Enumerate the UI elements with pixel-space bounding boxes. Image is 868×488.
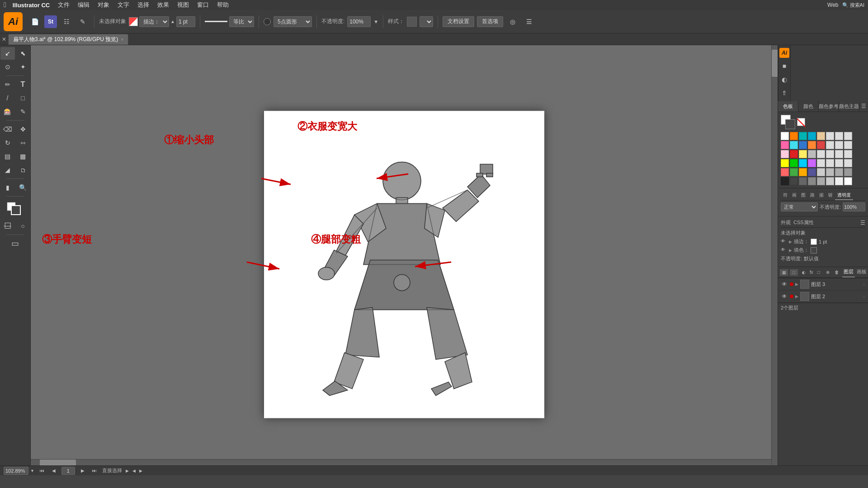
swatch-white2[interactable]: [835, 177, 843, 185]
line-tool[interactable]: /: [0, 92, 15, 104]
swatch-dkgray[interactable]: [790, 177, 798, 185]
layers-tab[interactable]: 图层: [842, 267, 855, 277]
swatch-ltcyan[interactable]: [790, 141, 798, 149]
layer-2-expand[interactable]: ▶: [795, 294, 798, 299]
swatch-red[interactable]: [817, 141, 825, 149]
menu-file[interactable]: 文件: [54, 1, 73, 9]
property-icon[interactable]: ■: [779, 61, 790, 71]
swatch-orange[interactable]: [790, 132, 798, 140]
swatch-gray[interactable]: [808, 150, 816, 158]
swatch-lgray[interactable]: [808, 177, 816, 185]
swatch-purple[interactable]: [808, 159, 816, 167]
page-number[interactable]: [61, 467, 75, 475]
select-tool[interactable]: ↙: [0, 47, 15, 60]
rotate-tool[interactable]: ↻: [0, 136, 15, 149]
swatch-black[interactable]: [781, 177, 789, 185]
bottom-tool-arrow[interactable]: ▶: [126, 469, 129, 473]
swatch-ltblue[interactable]: [799, 159, 807, 167]
tab-close-icon[interactable]: ×: [121, 37, 123, 42]
stroke-eye[interactable]: 👁: [781, 239, 787, 245]
base-tab[interactable]: 据: [817, 191, 826, 200]
menu-window[interactable]: 窗口: [193, 1, 212, 9]
menu-help[interactable]: 帮助: [213, 1, 232, 9]
nav-prev-prev[interactable]: ⏮: [38, 467, 46, 475]
blend-mode-select[interactable]: 正常: [781, 202, 818, 211]
vertical-scrollbar[interactable]: [771, 45, 778, 465]
blend-tool[interactable]: ▮: [0, 181, 15, 194]
st-icon[interactable]: St: [44, 15, 57, 28]
status-expand[interactable]: ◀: [132, 469, 136, 473]
canvas-area[interactable]: ①缩小头部 ②衣服变宽大 ③手臂变短 ④腿部变粗: [31, 45, 778, 465]
rect-tool[interactable]: □: [16, 92, 30, 104]
pencil-tool[interactable]: ✎: [16, 105, 30, 118]
fill-eye[interactable]: 👁: [781, 247, 787, 253]
panel-menu-icon[interactable]: ☰: [859, 101, 868, 112]
share-icon[interactable]: ⇑: [779, 88, 790, 99]
gradient-tool[interactable]: ◢: [0, 164, 15, 176]
style-selector[interactable]: [420, 16, 433, 27]
toolbar-extra[interactable]: ◎: [506, 15, 519, 28]
stroke-value[interactable]: [176, 16, 195, 27]
swatch-orng2[interactable]: [808, 141, 816, 149]
sym-tab[interactable]: 符: [781, 191, 790, 200]
swatch-yellow[interactable]: [799, 150, 807, 158]
layer-3-visible[interactable]: ○: [863, 282, 865, 287]
toolbar-arrange[interactable]: ☰: [522, 15, 536, 28]
color-ref-tab[interactable]: 颜色参考: [819, 101, 839, 112]
layer-2-visible[interactable]: ○: [863, 294, 865, 299]
nav-next-next[interactable]: ⏭: [90, 467, 99, 475]
swatch-xgray[interactable]: [817, 177, 825, 185]
doc-settings-btn[interactable]: 文档设置: [443, 16, 474, 27]
line-type[interactable]: 等比: [229, 16, 254, 27]
menu-select[interactable]: 选择: [134, 1, 153, 9]
swatch-g1[interactable]: [790, 168, 798, 176]
brush-icon[interactable]: ✎: [76, 15, 90, 28]
layer-2-row[interactable]: 👁 ▶ 图层 2 ○: [778, 291, 868, 303]
swatch-pink[interactable]: [781, 141, 789, 149]
text-tool[interactable]: T: [16, 78, 30, 91]
zoom-input[interactable]: [4, 467, 28, 475]
swatch-white[interactable]: [781, 132, 789, 140]
expand-btn[interactable]: ▼: [373, 19, 378, 24]
swatch-blue[interactable]: [799, 141, 807, 149]
nav-icon[interactable]: ◐: [779, 74, 790, 85]
apple-menu[interactable]: : [4, 1, 6, 9]
path-tab[interactable]: 路: [808, 191, 817, 200]
layer-3-expand[interactable]: ▶: [795, 282, 798, 286]
swatch-xxgray[interactable]: [826, 177, 834, 185]
swatches-tab[interactable]: 色板: [778, 101, 798, 112]
layers-delete-btn[interactable]: □: [815, 270, 822, 275]
swatch-o1[interactable]: [799, 168, 807, 176]
layer-2-eye[interactable]: 👁: [781, 293, 788, 300]
bar-chart-tool[interactable]: ▩: [16, 150, 30, 163]
eyedropper-tool[interactable]: 🗅: [16, 164, 30, 176]
shape-type[interactable]: 5点圆形: [274, 16, 312, 27]
color-theme-tab[interactable]: 颜色主题: [839, 101, 859, 112]
trans-tab-label[interactable]: 透明度: [835, 191, 853, 200]
direct-select-tool[interactable]: ⬉: [16, 47, 30, 60]
swatch-white3[interactable]: [844, 177, 852, 185]
link-tab[interactable]: 斩: [826, 191, 835, 200]
lasso-tool[interactable]: ⊙: [0, 61, 15, 73]
image-tab[interactable]: 图: [799, 191, 808, 200]
fx-btn[interactable]: fx: [810, 270, 813, 275]
layer-3-eye[interactable]: 👁: [781, 281, 788, 288]
zoom-tool[interactable]: 🔍: [16, 181, 30, 194]
stroke-selector[interactable]: 描边：: [139, 16, 169, 27]
pen-tool[interactable]: ✏: [0, 78, 15, 91]
layers-trash-btn[interactable]: 🗑: [833, 270, 840, 275]
opacity-value[interactable]: [347, 16, 371, 27]
scale-tool[interactable]: ✥: [16, 123, 30, 136]
nav-prev[interactable]: ◀: [50, 467, 58, 475]
color-mode[interactable]: ○: [16, 220, 30, 232]
menu-object[interactable]: 对象: [94, 1, 113, 9]
swatch-green[interactable]: [790, 159, 798, 167]
eraser-tool[interactable]: ⌫: [0, 123, 15, 136]
magic-wand-tool[interactable]: ✦: [16, 61, 30, 73]
artboard-tool[interactable]: ▭: [8, 237, 23, 250]
chart-tool[interactable]: ▤: [0, 150, 15, 163]
horizontal-scrollbar[interactable]: [31, 459, 771, 465]
menu-view[interactable]: 视图: [174, 1, 193, 9]
workspace-selector[interactable]: Web: [827, 2, 838, 8]
swatch-yell2[interactable]: [781, 159, 789, 167]
